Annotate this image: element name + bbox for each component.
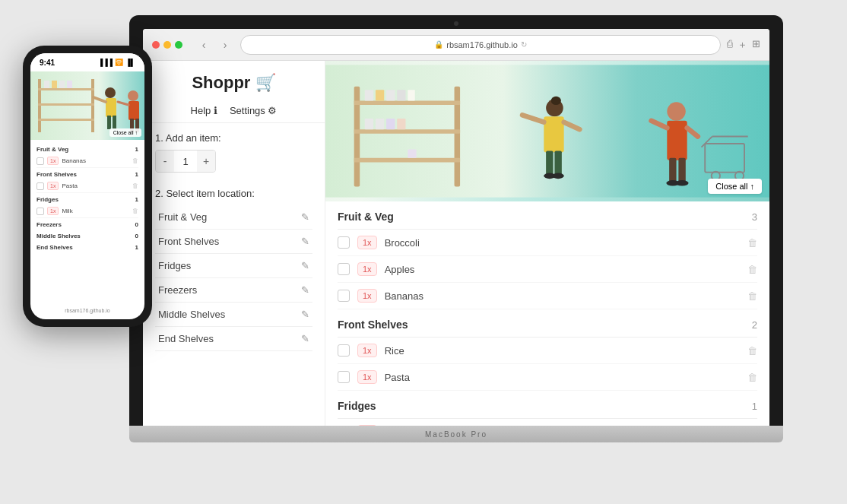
category-fruit-veg: Fruit & Veg 3 <box>338 201 757 230</box>
svg-rect-50 <box>107 116 111 129</box>
app-main: Close all ↑ Fruit & Veg 3 1x B <box>325 61 769 426</box>
add-section: 1. Add an item: - 1 + <box>143 123 325 182</box>
iphone-list-item: 1x Bananas 🗑 <box>36 154 138 168</box>
iphone-screen: 9:41 ▐▐▐ 🛜 ▐▌ <box>30 53 144 319</box>
list-item: 1x Broccoli 🗑 <box>338 230 757 256</box>
iphone-category-middle-shelves: Middle Shelves0 <box>36 230 138 241</box>
svg-rect-41 <box>38 88 94 90</box>
close-all-label: Close all ↑ <box>715 182 754 191</box>
item-qty: 1x <box>357 289 377 303</box>
minus-button[interactable]: - <box>156 151 174 172</box>
iphone-checkbox[interactable] <box>36 157 44 165</box>
item-checkbox[interactable] <box>338 236 350 249</box>
list-item: 1x Bananas 🗑 <box>338 283 757 309</box>
minimize-button[interactable] <box>163 41 171 49</box>
app-nav: Help ℹ Settings ⚙ <box>143 99 325 123</box>
item-qty: 1x <box>357 262 377 276</box>
location-fridges[interactable]: Fridges ✎ <box>155 254 312 278</box>
url-bar[interactable]: 🔒 rbsam176.github.io ↻ <box>240 35 721 55</box>
item-checkbox[interactable] <box>338 371 350 383</box>
delete-icon[interactable]: 🗑 <box>747 264 757 275</box>
iphone-time: 9:41 <box>40 59 55 67</box>
location-middle-shelves[interactable]: Middle Shelves ✎ <box>155 303 312 327</box>
item-checkbox[interactable] <box>338 290 350 302</box>
iphone-delete[interactable]: 🗑 <box>132 182 138 189</box>
iphone-category-freezers: Freezers0 <box>36 218 138 230</box>
browser-chrome: ‹ › 🔒 rbsam176.github.io ↻ ⎙ ＋ ⊞ <box>143 29 769 61</box>
svg-rect-44 <box>44 81 49 88</box>
svg-point-53 <box>128 90 138 101</box>
svg-rect-10 <box>408 90 414 100</box>
svg-rect-13 <box>386 119 395 129</box>
location-freezers[interactable]: Freezers ✎ <box>155 278 312 303</box>
item-checkbox[interactable] <box>338 344 350 357</box>
delete-icon[interactable]: 🗑 <box>747 290 757 302</box>
svg-rect-43 <box>38 119 94 121</box>
url-text: rbsam176.github.io <box>446 40 518 49</box>
iphone-category-front-shelves: Front Shelves1 <box>36 168 138 179</box>
svg-point-24 <box>553 173 564 179</box>
settings-button[interactable]: Settings ⚙ <box>230 105 278 116</box>
svg-rect-8 <box>386 90 395 100</box>
list-item: 1x Apples 🗑 <box>338 256 757 283</box>
quantity-value: 1 <box>174 156 197 167</box>
iphone-category-fruit-veg: Fruit & Veg1 <box>36 143 138 154</box>
edit-icon: ✎ <box>301 284 309 296</box>
iphone-close-all[interactable]: Close all ↑ <box>109 128 141 137</box>
svg-rect-42 <box>38 103 94 106</box>
browser-nav: ‹ › <box>195 36 234 54</box>
category-front-shelves: Front Shelves 2 <box>338 309 757 338</box>
new-tab-icon[interactable]: ＋ <box>738 38 747 52</box>
macbook-label: MacBook Pro <box>425 430 487 439</box>
svg-point-17 <box>551 97 561 105</box>
close-all-button[interactable]: Close all ↑ <box>708 179 762 194</box>
svg-rect-20 <box>554 151 561 176</box>
plus-button[interactable]: + <box>197 151 215 172</box>
svg-rect-19 <box>546 151 553 176</box>
share-icon[interactable]: ⎙ <box>727 38 733 52</box>
iphone-list-item: 1x Pasta 🗑 <box>36 179 138 193</box>
svg-rect-54 <box>128 101 139 120</box>
location-label: 2. Select item location: <box>155 188 312 199</box>
iphone-delete[interactable]: 🗑 <box>132 208 138 214</box>
delete-icon[interactable]: 🗑 <box>747 345 757 357</box>
iphone: 9:41 ▐▐▐ 🛜 ▐▌ <box>23 46 152 327</box>
svg-rect-3 <box>354 100 460 105</box>
app-header: Shoppr 🛒 <box>143 61 325 99</box>
iphone-delete[interactable]: 🗑 <box>132 157 138 164</box>
svg-rect-14 <box>397 119 405 129</box>
location-fruit-veg[interactable]: Fruit & Veg ✎ <box>155 205 312 230</box>
svg-rect-18 <box>544 116 563 152</box>
macbook-base: MacBook Pro <box>129 426 783 442</box>
help-button[interactable]: Help ℹ <box>191 105 217 116</box>
item-checkbox[interactable] <box>338 263 350 275</box>
grid-icon[interactable]: ⊞ <box>752 38 760 52</box>
location-front-shelves[interactable]: Front Shelves ✎ <box>155 230 312 254</box>
delete-icon[interactable]: 🗑 <box>747 372 757 383</box>
forward-button[interactable]: › <box>216 36 234 54</box>
app-content: Shoppr 🛒 Help ℹ Settings ⚙ 1. Add an ite… <box>143 61 769 426</box>
svg-rect-46 <box>59 81 65 88</box>
iphone-checkbox[interactable] <box>36 208 44 215</box>
iphone-checkbox[interactable] <box>36 182 44 190</box>
iphone-hero: Close all ↑ <box>30 71 144 140</box>
battery-icon: ▐▌ <box>125 59 135 66</box>
svg-rect-45 <box>52 81 57 88</box>
back-button[interactable]: ‹ <box>195 36 213 54</box>
edit-icon: ✎ <box>301 333 309 344</box>
quantity-control: - 1 + <box>155 150 216 173</box>
app-sidebar: Shoppr 🛒 Help ℹ Settings ⚙ 1. Add an ite… <box>143 61 325 426</box>
svg-rect-26 <box>667 121 687 160</box>
hero-image: Close all ↑ <box>325 61 769 201</box>
macbook-bezel: ‹ › 🔒 rbsam176.github.io ↻ ⎙ ＋ ⊞ <box>129 15 783 426</box>
svg-rect-28 <box>678 158 685 183</box>
edit-icon: ✎ <box>301 236 309 247</box>
iphone-status-bar: 9:41 ▐▐▐ 🛜 ▐▌ <box>30 53 144 71</box>
maximize-button[interactable] <box>175 41 182 49</box>
close-button[interactable] <box>152 41 160 49</box>
location-section: 2. Select item location: Fruit & Veg ✎ F… <box>143 182 325 357</box>
delete-icon[interactable]: 🗑 <box>747 237 757 249</box>
app-title: Shoppr 🛒 <box>143 73 325 93</box>
wifi-icon: 🛜 <box>115 59 123 66</box>
location-end-shelves[interactable]: End Shelves ✎ <box>155 327 312 351</box>
